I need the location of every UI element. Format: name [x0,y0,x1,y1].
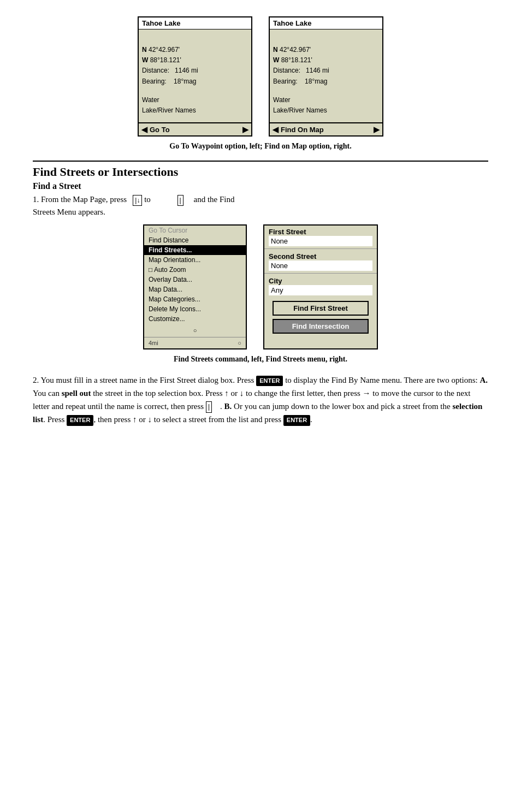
body-paragraph: 2. You must fill in a street name in the… [33,374,488,426]
right-arrow-right-screen-icon: ▶ [374,125,380,134]
menu-item-map-categories[interactable]: Map Categories... [144,294,246,304]
second-street-value[interactable]: None [269,260,372,271]
step1-pipe-icon: | [177,195,183,206]
caption-bottom: Find Streets command, left, Find Streets… [33,355,488,364]
gps-screen-right: Tahoe Lake N 42°42.967' W 88°18.121' Dis… [269,16,383,137]
divider-2 [264,273,377,274]
gps-screens-container: Tahoe Lake N 42°42.967' W 88°18.121' Dis… [33,16,488,137]
second-street-label: Second Street [269,252,372,260]
coord-bear-left: Bearing: 18°mag [142,76,248,87]
left-arrow-right-screen-icon: ◀ [273,125,279,134]
screen-right-coords: N 42°42.967' W 88°18.121' Distance: 1146… [273,45,379,87]
screen-right-footer-label: Find On Map [281,126,324,134]
divider-1 [264,248,377,249]
middle-section: Go To Cursor Find Distance Find Streets.… [33,224,488,349]
form-buttons: Find First Street Find Intersection [264,301,377,334]
first-street-group: First Street None [264,226,377,247]
map-bottom: 4mi ○ [144,337,246,348]
first-street-label: First Street [269,228,372,236]
screen-left-title: Tahoe Lake [139,17,251,29]
map-center-dot: ○ [144,324,246,337]
coord-dist-right: Distance: 1146 mi [273,66,379,76]
sub-heading: Find a Street [33,181,488,191]
option-a-label: A. [480,376,488,384]
enter-btn-2: ENTER [67,415,93,426]
menu-item-overlay-data[interactable]: Overlay Data... [144,275,246,285]
first-street-value[interactable]: None [269,236,372,246]
body-text: 2. You must fill in a street name in the… [33,374,488,426]
screen-right-title: Tahoe Lake [270,17,382,29]
step1-text: 1. From the Map Page, press |↓ to | and … [33,193,488,218]
city-group: City Any [264,275,377,297]
screen-right-water: Water Lake/River Names [273,95,379,116]
gps-screen-left: Tahoe Lake N 42°42.967' W 88°18.121' Dis… [138,16,252,137]
section-title: Find Streets or Intersections [33,161,488,179]
menu-item-auto-zoom[interactable]: □ Auto Zoom [144,265,246,275]
find-first-street-button[interactable]: Find First Street [273,301,368,316]
screen-right-footer[interactable]: ◀ Find On Map ▶ [270,122,382,135]
screen-left-body: N 42°42.967' W 88°18.121' Distance: 1146… [139,29,251,122]
menu-item-map-orientation[interactable]: Map Orientation... [144,255,246,265]
screen-left-water: Water Lake/River Names [142,95,248,116]
menu-item-find-streets[interactable]: Find Streets... [144,245,246,255]
menu-item-delete-icons[interactable]: Delete My Icons... [144,304,246,314]
city-value[interactable]: Any [269,285,372,295]
selection-list-bold: selection list [33,402,482,424]
screen-left-footer-label: Go To [150,126,170,134]
coord-bear-right: Bearing: 18°mag [273,76,379,87]
enter-btn-3: ENTER [283,415,310,426]
pipe-inline-icon: | [206,401,212,413]
coord-lon-right: W 88°18.121' [273,55,379,66]
coord-lat-left: N 42°42.967' [142,45,248,55]
left-arrow-icon: ◀ [141,125,147,134]
coord-lon-left: W 88°18.121' [142,55,248,66]
step1-inline-icon: |↓ [133,195,142,206]
screen-left-coords: N 42°42.967' W 88°18.121' Distance: 1146… [142,45,248,87]
menu-item-go-to-cursor[interactable]: Go To Cursor [144,226,246,235]
enter-btn-inline: ENTER [256,376,283,387]
find-streets-panel: First Street None Second Street None Cit… [263,224,378,349]
city-label: City [269,277,372,285]
spell-out-bold: spell out [62,389,91,398]
map-scale-dot: ○ [238,340,241,346]
find-intersection-button[interactable]: Find Intersection [273,319,368,334]
menu-item-customize[interactable]: Customize... [144,314,246,324]
screen-right-body: N 42°42.967' W 88°18.121' Distance: 1146… [270,29,382,122]
caption-top: Go To Waypoint option, left; Find on Map… [33,142,488,151]
menu-item-find-distance[interactable]: Find Distance [144,235,246,245]
screen-left-footer[interactable]: ◀ Go To ▶ [139,122,251,135]
menu-item-map-data[interactable]: Map Data... [144,285,246,294]
coord-dist-left: Distance: 1146 mi [142,66,248,76]
second-street-group: Second Street None [264,250,377,272]
right-arrow-icon: ▶ [242,125,248,134]
option-b-label: B. [224,402,232,411]
coord-lat-right: N 42°42.967' [273,45,379,55]
map-scale-label: 4mi [149,340,158,346]
map-menu-panel: Go To Cursor Find Distance Find Streets.… [143,224,247,349]
